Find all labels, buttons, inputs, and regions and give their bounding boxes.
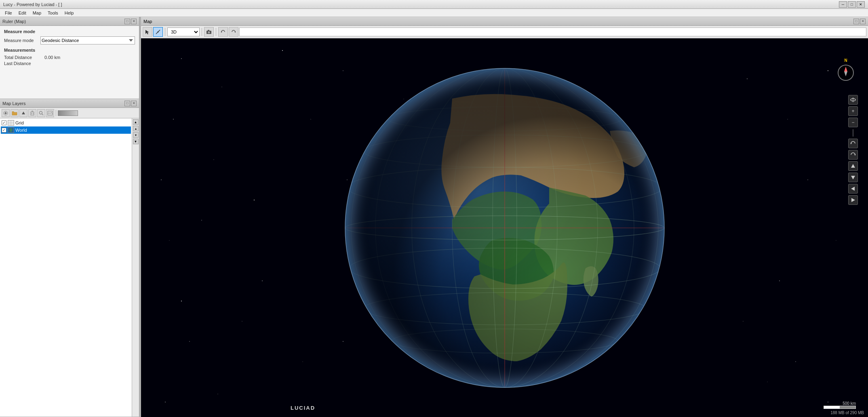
color-ramp-bar [58,110,78,116]
map-viewport[interactable]: N + − [141,38,868,417]
last-distance-label: Last Distance [4,61,44,66]
layer-item-grid[interactable]: ✓ Grid [1,119,131,126]
arrow-up-button[interactable] [848,161,858,171]
redo-button[interactable] [229,27,238,37]
layer-image-button[interactable] [46,109,54,117]
ruler-panel-restore-button[interactable]: □ [124,19,130,24]
scale-value: 500 km [843,401,856,406]
menu-map[interactable]: Map [29,10,44,16]
total-distance-label: Total Distance [4,55,44,60]
svg-point-44 [787,119,788,119]
scroll-down-button[interactable]: ▾ [133,132,139,138]
menu-file[interactable]: File [2,10,15,16]
ruler-panel-content: Measure mode Measure mode Geodesic Dista… [0,26,139,99]
arrow-left-button[interactable] [848,184,858,194]
svg-line-9 [42,114,43,115]
globe-svg [335,58,674,398]
layers-panel-restore-button[interactable]: □ [124,101,130,106]
layer-item-world[interactable]: ✓ World [1,126,131,134]
svg-point-46 [807,179,808,180]
svg-point-32 [213,159,214,160]
scale-ruler [824,406,856,409]
svg-marker-85 [851,198,855,202]
total-distance-value: 0.00 km [44,55,60,60]
minimize-button[interactable]: ─ [839,1,847,8]
move-up-button[interactable] [19,109,27,117]
ruler-panel-close-button[interactable]: ✕ [131,19,137,24]
map-panel-close-button[interactable]: ✕ [860,19,866,24]
svg-point-21 [208,32,210,34]
svg-point-55 [165,402,166,402]
layers-panel-close-button[interactable]: ✕ [131,101,137,106]
svg-marker-84 [851,187,855,191]
map-panel-controls: □ ✕ [853,19,866,24]
svg-point-51 [767,382,768,382]
camera-button[interactable] [204,27,214,37]
toolbar-sep-1 [165,28,165,36]
toolbar-separator [56,110,56,116]
svg-point-15 [9,128,13,132]
select-tool-button[interactable] [143,27,152,37]
arrow-down-button[interactable] [848,173,858,182]
restore-button[interactable]: □ [848,1,856,8]
svg-point-77 [345,68,664,388]
svg-marker-83 [851,176,855,179]
measure-mode-title: Measure mode [4,29,135,34]
map-panel-header: Map □ ✕ [141,17,868,26]
toolbar-sep-2 [202,28,202,36]
layer-checkbox-grid[interactable]: ✓ [2,120,6,125]
layers-body: ✓ Grid ✓ [0,118,139,417]
compass-needle-south [844,72,847,76]
ruler-tool-button[interactable] [153,27,163,37]
svg-point-49 [743,321,743,321]
add-layer-button[interactable] [2,109,10,117]
svg-point-47 [836,240,836,241]
compass[interactable]: N [836,63,856,83]
map-search-input[interactable] [239,27,866,36]
svg-point-37 [242,321,242,321]
measure-mode-label: Measure mode [4,38,40,43]
map-mode-select[interactable]: 3D 2D [167,27,200,36]
layers-list: ✓ Grid ✓ [0,118,132,417]
menu-edit[interactable]: Edit [15,10,29,16]
scale-line [824,406,856,409]
compass-needle-north [844,67,847,72]
scroll-up-button[interactable]: ▴ [133,126,139,131]
tilt-view-button[interactable] [848,95,858,105]
measurements-title: Measurements [4,48,135,53]
zoom-out-button[interactable]: − [848,118,858,127]
svg-point-26 [181,58,182,59]
svg-point-34 [201,220,202,220]
zoom-in-button[interactable]: + [848,106,858,116]
map-panel-restore-button[interactable]: □ [853,19,859,24]
add-folder-button[interactable] [11,109,19,117]
delete-layer-button[interactable] [28,109,36,117]
map-area: Map □ ✕ 3D 2D [141,17,868,417]
layers-panel-controls: □ ✕ [124,101,137,106]
app-title: Lucy - Powered by Luciad - [ ] [3,2,62,7]
layer-icon-world [8,127,14,133]
svg-rect-22 [208,30,209,31]
title-controls: ─ □ ✕ [839,1,865,8]
svg-point-48 [779,280,780,281]
arrow-right-button[interactable] [848,195,858,205]
layers-scroll-controls: ▲ ▴ ▾ ▼ [132,118,139,417]
layer-checkbox-world[interactable]: ✓ [2,128,6,133]
undo-button[interactable] [218,27,228,37]
svg-point-52 [161,179,162,180]
scroll-bottom-button[interactable]: ▼ [133,139,139,144]
svg-rect-4 [31,112,34,115]
rotate-left-button[interactable] [848,139,858,148]
rotate-right-button[interactable] [848,150,858,160]
map-toolbar-container: Map □ ✕ 3D 2D [141,17,868,38]
close-button[interactable]: ✕ [857,1,865,8]
ruler-panel-header: Ruler (Map) □ ✕ [0,17,139,26]
scroll-top-button[interactable]: ▲ [133,119,139,125]
layers-panel-title: Map Layers [2,101,25,106]
menu-tools[interactable]: Tools [44,10,61,16]
menu-help[interactable]: Help [61,10,77,16]
svg-point-35 [169,240,170,241]
measure-mode-select[interactable]: Geodesic Distance Rhumb Distance Area [40,36,135,44]
search-layer-button[interactable] [37,109,45,117]
ruler-panel: Ruler (Map) □ ✕ Measure mode Measure mod… [0,17,139,99]
